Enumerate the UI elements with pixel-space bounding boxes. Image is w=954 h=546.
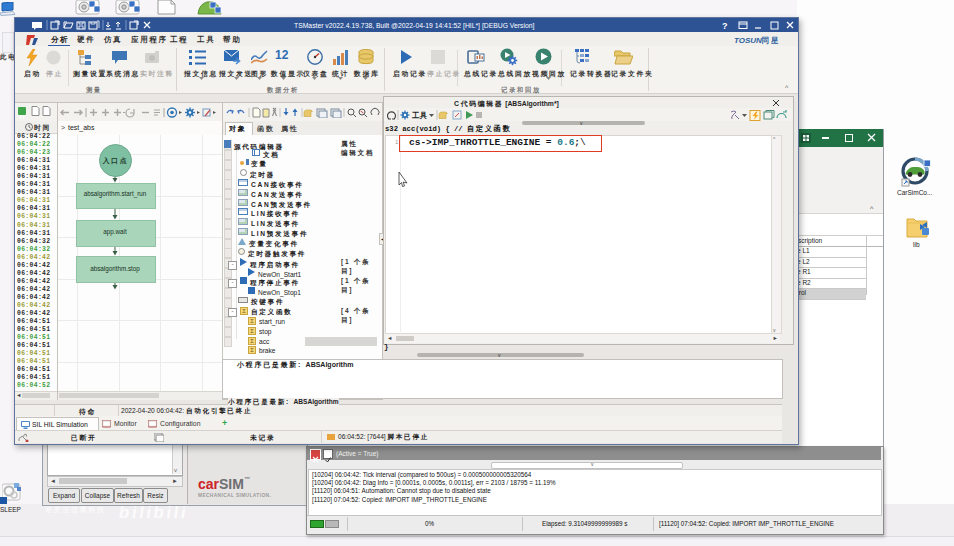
svg-text:?: ? (722, 21, 728, 31)
svg-text:工具: 工具 (411, 111, 428, 120)
